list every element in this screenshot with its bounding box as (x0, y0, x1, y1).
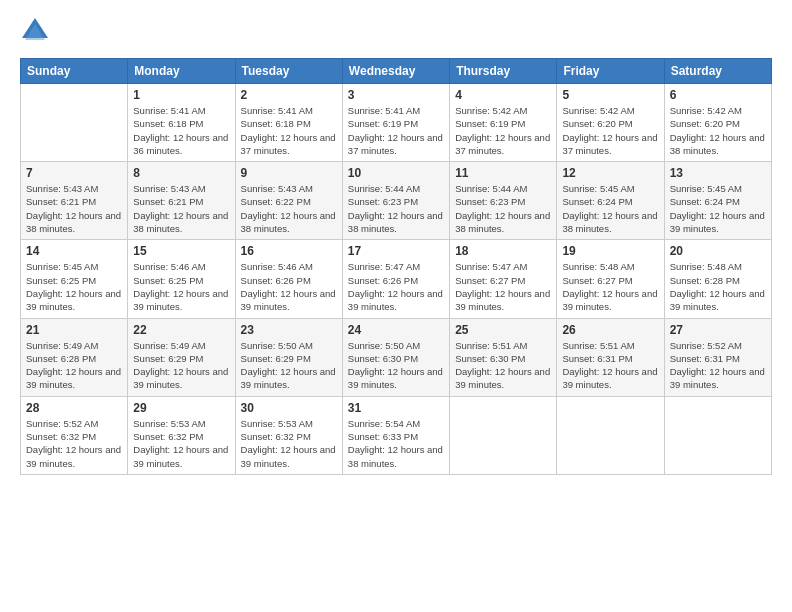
calendar-cell: 25Sunrise: 5:51 AMSunset: 6:30 PMDayligh… (450, 318, 557, 396)
day-number: 14 (26, 244, 122, 258)
weekday-header-tuesday: Tuesday (235, 59, 342, 84)
day-info: Sunrise: 5:46 AMSunset: 6:26 PMDaylight:… (241, 260, 337, 313)
day-info: Sunrise: 5:45 AMSunset: 6:24 PMDaylight:… (562, 182, 658, 235)
calendar-cell: 19Sunrise: 5:48 AMSunset: 6:27 PMDayligh… (557, 240, 664, 318)
calendar-cell (450, 396, 557, 474)
day-info: Sunrise: 5:44 AMSunset: 6:23 PMDaylight:… (455, 182, 551, 235)
day-number: 31 (348, 401, 444, 415)
day-info: Sunrise: 5:47 AMSunset: 6:27 PMDaylight:… (455, 260, 551, 313)
weekday-header-sunday: Sunday (21, 59, 128, 84)
week-row-4: 28Sunrise: 5:52 AMSunset: 6:32 PMDayligh… (21, 396, 772, 474)
day-info: Sunrise: 5:51 AMSunset: 6:30 PMDaylight:… (455, 339, 551, 392)
day-number: 30 (241, 401, 337, 415)
calendar-cell: 24Sunrise: 5:50 AMSunset: 6:30 PMDayligh… (342, 318, 449, 396)
calendar-cell: 4Sunrise: 5:42 AMSunset: 6:19 PMDaylight… (450, 84, 557, 162)
day-number: 1 (133, 88, 229, 102)
calendar-cell: 26Sunrise: 5:51 AMSunset: 6:31 PMDayligh… (557, 318, 664, 396)
day-info: Sunrise: 5:42 AMSunset: 6:20 PMDaylight:… (670, 104, 766, 157)
day-number: 7 (26, 166, 122, 180)
day-info: Sunrise: 5:48 AMSunset: 6:28 PMDaylight:… (670, 260, 766, 313)
weekday-header-saturday: Saturday (664, 59, 771, 84)
day-info: Sunrise: 5:53 AMSunset: 6:32 PMDaylight:… (133, 417, 229, 470)
week-row-2: 14Sunrise: 5:45 AMSunset: 6:25 PMDayligh… (21, 240, 772, 318)
day-number: 6 (670, 88, 766, 102)
day-info: Sunrise: 5:52 AMSunset: 6:31 PMDaylight:… (670, 339, 766, 392)
calendar-cell: 27Sunrise: 5:52 AMSunset: 6:31 PMDayligh… (664, 318, 771, 396)
header (20, 16, 772, 46)
week-row-1: 7Sunrise: 5:43 AMSunset: 6:21 PMDaylight… (21, 162, 772, 240)
calendar-cell: 22Sunrise: 5:49 AMSunset: 6:29 PMDayligh… (128, 318, 235, 396)
calendar-cell: 29Sunrise: 5:53 AMSunset: 6:32 PMDayligh… (128, 396, 235, 474)
day-number: 9 (241, 166, 337, 180)
day-number: 5 (562, 88, 658, 102)
weekday-header-wednesday: Wednesday (342, 59, 449, 84)
day-number: 21 (26, 323, 122, 337)
calendar-cell: 13Sunrise: 5:45 AMSunset: 6:24 PMDayligh… (664, 162, 771, 240)
calendar-cell (664, 396, 771, 474)
day-info: Sunrise: 5:48 AMSunset: 6:27 PMDaylight:… (562, 260, 658, 313)
day-info: Sunrise: 5:53 AMSunset: 6:32 PMDaylight:… (241, 417, 337, 470)
calendar-cell: 9Sunrise: 5:43 AMSunset: 6:22 PMDaylight… (235, 162, 342, 240)
calendar-table: SundayMondayTuesdayWednesdayThursdayFrid… (20, 58, 772, 475)
day-number: 18 (455, 244, 551, 258)
calendar-cell: 3Sunrise: 5:41 AMSunset: 6:19 PMDaylight… (342, 84, 449, 162)
day-number: 3 (348, 88, 444, 102)
day-number: 12 (562, 166, 658, 180)
day-info: Sunrise: 5:52 AMSunset: 6:32 PMDaylight:… (26, 417, 122, 470)
calendar-cell: 2Sunrise: 5:41 AMSunset: 6:18 PMDaylight… (235, 84, 342, 162)
calendar-cell: 1Sunrise: 5:41 AMSunset: 6:18 PMDaylight… (128, 84, 235, 162)
calendar-cell: 5Sunrise: 5:42 AMSunset: 6:20 PMDaylight… (557, 84, 664, 162)
calendar-cell: 11Sunrise: 5:44 AMSunset: 6:23 PMDayligh… (450, 162, 557, 240)
day-number: 19 (562, 244, 658, 258)
calendar-cell: 12Sunrise: 5:45 AMSunset: 6:24 PMDayligh… (557, 162, 664, 240)
calendar-cell: 6Sunrise: 5:42 AMSunset: 6:20 PMDaylight… (664, 84, 771, 162)
calendar-cell: 17Sunrise: 5:47 AMSunset: 6:26 PMDayligh… (342, 240, 449, 318)
day-info: Sunrise: 5:54 AMSunset: 6:33 PMDaylight:… (348, 417, 444, 470)
day-info: Sunrise: 5:47 AMSunset: 6:26 PMDaylight:… (348, 260, 444, 313)
calendar-cell: 31Sunrise: 5:54 AMSunset: 6:33 PMDayligh… (342, 396, 449, 474)
calendar-cell: 23Sunrise: 5:50 AMSunset: 6:29 PMDayligh… (235, 318, 342, 396)
day-info: Sunrise: 5:50 AMSunset: 6:29 PMDaylight:… (241, 339, 337, 392)
calendar-cell: 18Sunrise: 5:47 AMSunset: 6:27 PMDayligh… (450, 240, 557, 318)
day-info: Sunrise: 5:49 AMSunset: 6:29 PMDaylight:… (133, 339, 229, 392)
day-number: 22 (133, 323, 229, 337)
day-number: 20 (670, 244, 766, 258)
day-number: 8 (133, 166, 229, 180)
day-info: Sunrise: 5:44 AMSunset: 6:23 PMDaylight:… (348, 182, 444, 235)
day-info: Sunrise: 5:45 AMSunset: 6:24 PMDaylight:… (670, 182, 766, 235)
day-number: 26 (562, 323, 658, 337)
day-number: 15 (133, 244, 229, 258)
day-number: 11 (455, 166, 551, 180)
calendar-cell: 16Sunrise: 5:46 AMSunset: 6:26 PMDayligh… (235, 240, 342, 318)
day-number: 10 (348, 166, 444, 180)
calendar-cell: 30Sunrise: 5:53 AMSunset: 6:32 PMDayligh… (235, 396, 342, 474)
day-info: Sunrise: 5:50 AMSunset: 6:30 PMDaylight:… (348, 339, 444, 392)
day-info: Sunrise: 5:51 AMSunset: 6:31 PMDaylight:… (562, 339, 658, 392)
day-number: 29 (133, 401, 229, 415)
day-info: Sunrise: 5:42 AMSunset: 6:20 PMDaylight:… (562, 104, 658, 157)
calendar-cell: 21Sunrise: 5:49 AMSunset: 6:28 PMDayligh… (21, 318, 128, 396)
day-info: Sunrise: 5:41 AMSunset: 6:18 PMDaylight:… (241, 104, 337, 157)
calendar-cell (21, 84, 128, 162)
calendar-cell: 28Sunrise: 5:52 AMSunset: 6:32 PMDayligh… (21, 396, 128, 474)
day-info: Sunrise: 5:46 AMSunset: 6:25 PMDaylight:… (133, 260, 229, 313)
calendar-cell: 20Sunrise: 5:48 AMSunset: 6:28 PMDayligh… (664, 240, 771, 318)
calendar-cell: 15Sunrise: 5:46 AMSunset: 6:25 PMDayligh… (128, 240, 235, 318)
calendar-cell: 10Sunrise: 5:44 AMSunset: 6:23 PMDayligh… (342, 162, 449, 240)
day-number: 25 (455, 323, 551, 337)
weekday-header-thursday: Thursday (450, 59, 557, 84)
day-number: 28 (26, 401, 122, 415)
weekday-header-friday: Friday (557, 59, 664, 84)
day-number: 16 (241, 244, 337, 258)
day-number: 24 (348, 323, 444, 337)
day-info: Sunrise: 5:41 AMSunset: 6:18 PMDaylight:… (133, 104, 229, 157)
page: SundayMondayTuesdayWednesdayThursdayFrid… (0, 0, 792, 612)
day-number: 23 (241, 323, 337, 337)
day-number: 27 (670, 323, 766, 337)
weekday-header-monday: Monday (128, 59, 235, 84)
day-info: Sunrise: 5:45 AMSunset: 6:25 PMDaylight:… (26, 260, 122, 313)
day-info: Sunrise: 5:42 AMSunset: 6:19 PMDaylight:… (455, 104, 551, 157)
calendar-cell (557, 396, 664, 474)
week-row-3: 21Sunrise: 5:49 AMSunset: 6:28 PMDayligh… (21, 318, 772, 396)
day-info: Sunrise: 5:43 AMSunset: 6:22 PMDaylight:… (241, 182, 337, 235)
